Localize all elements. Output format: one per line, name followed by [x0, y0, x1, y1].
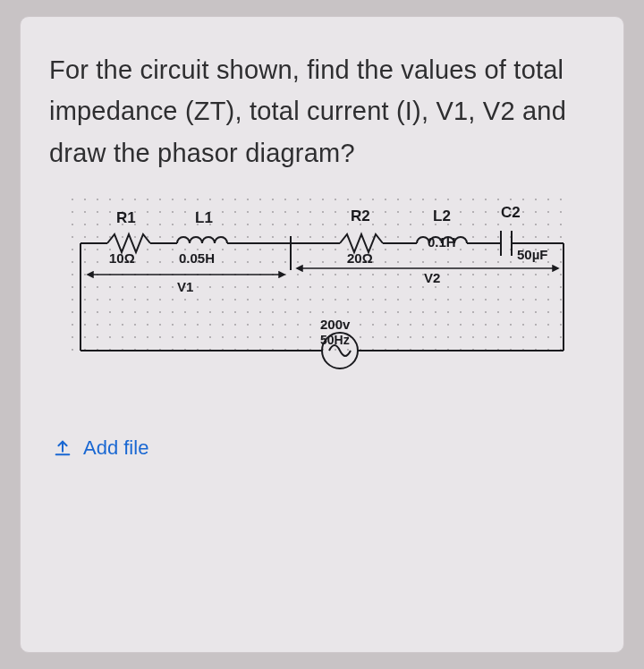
question-text: For the circuit shown, find the values o…: [49, 49, 595, 174]
label-C2: C2: [501, 204, 521, 222]
value-R2: 20Ω: [347, 250, 373, 266]
question-card: For the circuit shown, find the values o…: [20, 16, 624, 653]
label-L2: L2: [433, 207, 451, 225]
source-voltage: 200v: [320, 317, 350, 332]
label-V2: V2: [424, 270, 440, 285]
circuit-svg: [72, 199, 572, 395]
add-file-label: Add file: [83, 436, 148, 460]
value-L1: 0.05H: [179, 250, 215, 266]
value-C2: 50µF: [517, 247, 548, 262]
upload-icon: [53, 438, 72, 458]
value-L2: 0.1H: [428, 234, 456, 250]
source-frequency: 50Hz: [320, 333, 350, 347]
label-V1: V1: [177, 279, 193, 294]
label-L1: L1: [195, 209, 213, 227]
label-R1: R1: [116, 209, 136, 227]
circuit-diagram: R1 10Ω L1 0.05H R2 20Ω L2 0.1H C2 50µF V…: [72, 199, 572, 395]
add-file-button[interactable]: Add file: [49, 431, 152, 465]
label-R2: R2: [351, 207, 370, 225]
value-R1: 10Ω: [109, 250, 135, 266]
